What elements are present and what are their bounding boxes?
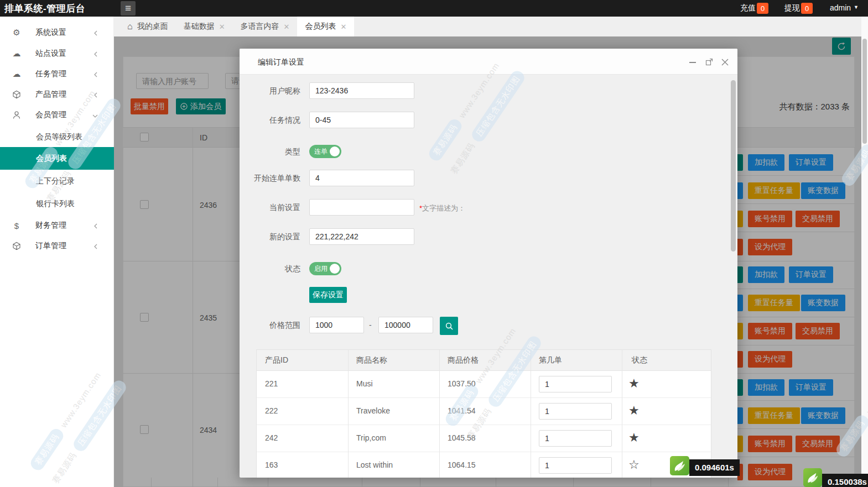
cloud-icon: ☁ <box>12 69 21 79</box>
maximize-icon[interactable] <box>704 57 714 67</box>
toggle-knob <box>330 146 340 156</box>
price-range-separator: - <box>369 321 372 329</box>
close-tab-icon[interactable]: ✕ <box>340 23 346 31</box>
product-table-header: 产品ID 商品名称 商品价格 第几单 状态 <box>257 350 711 371</box>
search-icon <box>445 322 454 331</box>
sidebar-item-product-management[interactable]: 产品管理 <box>0 84 114 105</box>
perf-badge: 0.094601s <box>670 456 740 476</box>
minimize-icon[interactable] <box>688 57 698 67</box>
dollar-icon: $ <box>12 221 21 231</box>
close-tab-icon[interactable]: ✕ <box>284 23 290 31</box>
tab-basic-data[interactable]: 基础数据 ✕ <box>176 17 233 36</box>
perf-badge: 0.150038s <box>803 468 868 487</box>
chevron-down-icon <box>92 112 98 121</box>
cube-icon <box>12 90 21 99</box>
sidebar-item-site-settings[interactable]: ☁ 站点设置 <box>0 43 114 64</box>
nickname-label: 用户昵称 <box>240 82 300 99</box>
page-scrollbar-thumb[interactable] <box>862 39 867 144</box>
app-title: 排单系统-管理后台 <box>4 2 85 15</box>
current-setting-label: 当前设置 <box>240 199 300 216</box>
star-icon[interactable]: ★ <box>628 404 640 418</box>
sidebar-item-finance-management[interactable]: $ 财务管理 <box>0 215 114 236</box>
cube-icon <box>12 242 21 250</box>
order-number-input[interactable] <box>539 403 612 420</box>
col-product-price: 商品价格 <box>448 355 479 365</box>
caret-down-icon: ▼ <box>854 4 859 10</box>
gear-icon: ⚙ <box>12 28 21 38</box>
sidebar-item-order-management[interactable]: 订单管理 <box>0 235 114 256</box>
product-row: 221 Musi 1037.50 ★ <box>257 371 711 398</box>
tabstrip: ⌂ 我的桌面 基础数据 ✕ 多语言内容 ✕ 会员列表 ✕ <box>114 17 868 36</box>
col-status: 状态 <box>632 355 647 365</box>
close-tab-icon[interactable]: ✕ <box>219 23 225 31</box>
star-icon[interactable]: ★ <box>628 376 640 391</box>
current-setting-hint: *文字描述为： <box>419 203 465 213</box>
save-settings-button[interactable]: 保存设置 <box>309 287 347 303</box>
new-setting-label: 新的设置 <box>240 228 300 245</box>
chevron-left-icon <box>93 71 98 80</box>
chevron-left-icon <box>93 91 98 100</box>
price-min-input[interactable] <box>309 317 364 333</box>
recharge-count-badge[interactable]: 0 <box>757 3 768 14</box>
recharge-link[interactable]: 充值 <box>740 3 756 13</box>
product-table: 产品ID 商品名称 商品价格 第几单 状态 221 Musi 1037.50 ★… <box>256 349 711 478</box>
modal-scrollbar-thumb[interactable] <box>731 80 736 252</box>
sidebar-item-system-settings[interactable]: ⚙ 系统设置 <box>0 22 114 43</box>
star-icon[interactable]: ☆ <box>628 458 640 472</box>
thinkphp-logo-icon <box>803 468 822 487</box>
type-toggle[interactable]: 连单 <box>309 145 341 158</box>
page-scrollbar[interactable] <box>861 17 868 487</box>
tab-multilang[interactable]: 多语言内容 ✕ <box>233 17 298 36</box>
thinkphp-logo-icon <box>670 456 689 475</box>
start-chain-count-input[interactable] <box>309 170 414 186</box>
withdraw-link[interactable]: 提现 <box>784 3 800 13</box>
hamburger-menu-icon[interactable]: ≡ <box>121 1 136 15</box>
sidebar-item-task-management[interactable]: ☁ 任务管理 <box>0 64 114 85</box>
sidebar-item-member-management[interactable]: 会员管理 <box>0 104 114 125</box>
nickname-input[interactable] <box>309 82 414 99</box>
current-setting-input[interactable] <box>309 199 414 216</box>
task-status-input[interactable] <box>309 112 414 128</box>
edit-order-settings-modal: 编辑订单设置 用户昵称 任务情况 类型 连单 开始连单单数 当前设置 *文字描述… <box>240 49 737 478</box>
user-menu[interactable]: admin <box>830 3 851 12</box>
product-row: 163 Lost within 1064.15 ☆ <box>257 452 711 478</box>
start-chain-count-label: 开始连单单数 <box>240 170 300 186</box>
order-number-input[interactable] <box>539 430 612 447</box>
order-number-input[interactable] <box>539 457 612 474</box>
close-icon[interactable] <box>720 57 730 67</box>
tab-desktop[interactable]: ⌂ 我的桌面 <box>119 17 176 36</box>
task-status-label: 任务情况 <box>240 112 300 128</box>
home-icon: ⌂ <box>127 22 133 32</box>
new-setting-input[interactable] <box>309 228 414 245</box>
topbar: 排单系统-管理后台 ≡ 充值 0 提现 0 admin ▼ <box>0 0 868 17</box>
sidebar-item-points-record[interactable]: 上下分记录 <box>0 170 114 192</box>
toggle-knob <box>330 264 340 274</box>
sidebar: ⚙ 系统设置 ☁ 站点设置 ☁ 任务管理 产品管理 会员管理 会员等级列表 <box>0 17 114 487</box>
price-search-button[interactable] <box>440 317 458 335</box>
chevron-left-icon <box>93 243 98 252</box>
order-number-input[interactable] <box>539 376 612 392</box>
elapsed-time: 0.150038s <box>822 474 868 487</box>
product-row: 242 Trip,com 1045.58 ★ <box>257 425 711 452</box>
sidebar-item-bank-card-list[interactable]: 银行卡列表 <box>0 192 114 215</box>
chevron-left-icon <box>93 222 98 231</box>
col-order-number: 第几单 <box>539 355 562 365</box>
col-product-id: 产品ID <box>265 355 288 365</box>
cloud-icon: ☁ <box>12 49 21 59</box>
tab-member-list[interactable]: 会员列表 ✕ <box>297 17 354 36</box>
modal-title: 编辑订单设置 <box>258 57 304 67</box>
type-label: 类型 <box>240 143 300 160</box>
person-icon <box>12 111 21 119</box>
app-screen: 排单系统-管理后台 ≡ 充值 0 提现 0 admin ▼ ⌂ 我的桌面 基础数… <box>0 0 868 487</box>
withdraw-count-badge[interactable]: 0 <box>801 3 813 14</box>
status-toggle[interactable]: 启用 <box>309 262 341 275</box>
chevron-left-icon <box>93 50 98 59</box>
chevron-left-icon <box>93 29 98 38</box>
sidebar-item-member-list[interactable]: 会员列表 <box>0 147 114 170</box>
sidebar-item-member-level-list[interactable]: 会员等级列表 <box>0 125 114 148</box>
price-max-input[interactable] <box>378 317 433 333</box>
star-icon[interactable]: ★ <box>628 431 640 445</box>
price-range-label: 价格范围 <box>240 317 300 333</box>
status-label: 状态 <box>240 260 300 277</box>
col-product-name: 商品名称 <box>356 355 387 365</box>
